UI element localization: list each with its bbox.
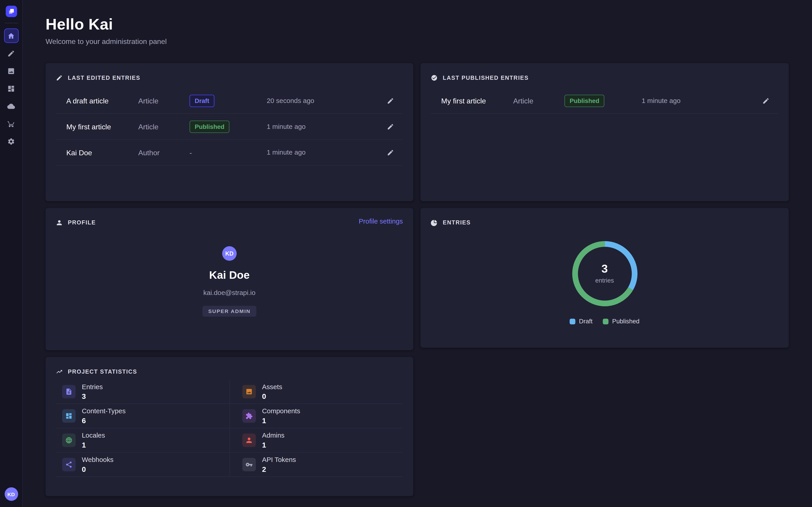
main-nav: KD	[0, 0, 23, 507]
webhook-icon	[62, 458, 76, 471]
table-row[interactable]: A draft article Article Draft 20 seconds…	[56, 88, 403, 114]
user-icon	[56, 219, 63, 226]
table-row[interactable]: My first article Article Published 1 min…	[431, 88, 778, 114]
nav-marketplace[interactable]	[4, 116, 18, 131]
entry-status: Published	[565, 95, 642, 107]
edit-entry-button[interactable]	[383, 93, 398, 108]
edit-entry-button[interactable]	[383, 119, 398, 133]
profile-card: PROFILE Profile settings KD Kai Doe kai.…	[46, 208, 413, 350]
card-title: ENTRIES	[443, 219, 471, 226]
entries-header: ENTRIES	[431, 218, 778, 227]
layout-icon	[62, 409, 76, 423]
card-title: PROFILE	[68, 219, 96, 226]
strapi-admin-app: KD Hello Kai Welcome to your administrat…	[0, 0, 812, 507]
last-published-table: My first article Article Published 1 min…	[431, 88, 778, 114]
stat-entries: Entries 3	[56, 380, 230, 404]
media-library-icon	[7, 67, 15, 74]
card-title: LAST PUBLISHED ENTRIES	[443, 74, 529, 81]
last-edited-header: LAST EDITED ENTRIES	[56, 73, 403, 82]
user-icon	[242, 434, 256, 447]
trending-up-icon	[56, 368, 63, 375]
profile-email: kai.doe@strapi.io	[203, 289, 256, 296]
entry-type: Article	[138, 122, 190, 131]
strapi-logo[interactable]	[5, 6, 17, 17]
entry-name: Kai Doe	[66, 148, 138, 157]
puzzle-icon	[242, 409, 256, 423]
page-subtitle: Welcome to your administration panel	[46, 37, 789, 46]
status-badge: Published	[190, 120, 230, 133]
pencil-icon	[387, 149, 394, 156]
status-empty: -	[190, 148, 192, 157]
last-edited-table: A draft article Article Draft 20 seconds…	[56, 88, 403, 165]
nav-media-library[interactable]	[4, 64, 18, 78]
nav-deploy[interactable]	[4, 99, 18, 113]
donut-center: 3 entries	[578, 247, 631, 300]
last-published-card: LAST PUBLISHED ENTRIES My first article …	[420, 63, 789, 201]
entries-donut: 3 entries	[572, 241, 637, 306]
status-badge: Published	[565, 95, 605, 107]
widgets-grid: LAST EDITED ENTRIES A draft article Arti…	[46, 63, 789, 496]
entry-name: My first article	[441, 97, 513, 105]
entry-name: My first article	[66, 122, 138, 131]
stat-label: Locales	[82, 432, 105, 439]
marketplace-icon	[7, 120, 15, 127]
stat-label: Admins	[262, 432, 285, 439]
page-title: Hello Kai	[46, 15, 789, 33]
legend-swatch-published	[603, 319, 609, 324]
content-manager-icon	[7, 49, 15, 57]
user-avatar[interactable]: KD	[4, 488, 18, 501]
profile-body: KD Kai Doe kai.doe@strapi.io SUPER ADMIN	[56, 246, 403, 317]
last-edited-card: LAST EDITED ENTRIES A draft article Arti…	[46, 63, 413, 201]
edit-entry-button[interactable]	[383, 145, 398, 160]
stat-label: Webhooks	[82, 456, 113, 463]
entry-time: 1 minute ago	[642, 97, 759, 104]
entries-body: 3 entries Draft Published	[431, 241, 778, 325]
pencil-icon	[762, 97, 770, 104]
key-icon	[242, 458, 256, 471]
home-icon	[7, 32, 15, 40]
table-row[interactable]: Kai Doe Author - 1 minute ago	[56, 140, 403, 166]
stat-content-types: Content-Types 6	[56, 404, 230, 428]
nav-content-manager[interactable]	[4, 46, 18, 60]
stat-admins: Admins 1	[230, 428, 403, 453]
entry-name: A draft article	[66, 97, 138, 105]
card-title: PROJECT STATISTICS	[68, 369, 137, 375]
avatar: KD	[222, 246, 237, 261]
project-statistics-header: PROJECT STATISTICS	[56, 367, 403, 376]
stat-value: 1	[262, 416, 300, 425]
nav-content-type-builder[interactable]	[4, 81, 18, 96]
stat-value: 1	[82, 441, 105, 449]
stat-api-tokens: API Tokens 2	[230, 453, 403, 477]
nav-divider	[4, 23, 18, 23]
entry-type: Author	[138, 148, 190, 157]
stat-value: 2	[262, 465, 296, 473]
entry-time: 20 seconds ago	[267, 97, 383, 104]
content-type-builder-icon	[7, 84, 15, 92]
nav-home[interactable]	[4, 29, 18, 43]
entry-type: Article	[138, 97, 190, 105]
edit-entry-button[interactable]	[759, 93, 773, 108]
entry-status: -	[190, 148, 267, 157]
homepage: Hello Kai Welcome to your administration…	[23, 0, 812, 507]
nav-settings[interactable]	[4, 134, 18, 149]
entry-status: Draft	[190, 95, 267, 107]
profile-settings-link[interactable]: Profile settings	[359, 217, 403, 225]
entry-type: Article	[513, 97, 564, 105]
stat-label: Entries	[82, 383, 103, 391]
globe-icon	[62, 434, 76, 447]
legend-label: Draft	[579, 318, 593, 325]
cloud-icon	[7, 102, 15, 110]
stats-grid: Entries 3 Assets 0	[56, 380, 403, 477]
donut-label: entries	[595, 277, 614, 284]
table-row[interactable]: My first article Article Published 1 min…	[56, 114, 403, 140]
entry-time: 1 minute ago	[267, 123, 383, 130]
stat-label: Assets	[262, 383, 283, 391]
stat-label: Content-Types	[82, 407, 125, 415]
check-circle-icon	[431, 74, 438, 81]
status-badge: Draft	[190, 95, 214, 107]
image-icon	[242, 385, 256, 398]
stat-webhooks: Webhooks 0	[56, 453, 230, 477]
page-header: Hello Kai Welcome to your administration…	[46, 15, 789, 46]
pie-chart-icon	[431, 219, 438, 226]
profile-header: PROFILE	[56, 218, 403, 227]
